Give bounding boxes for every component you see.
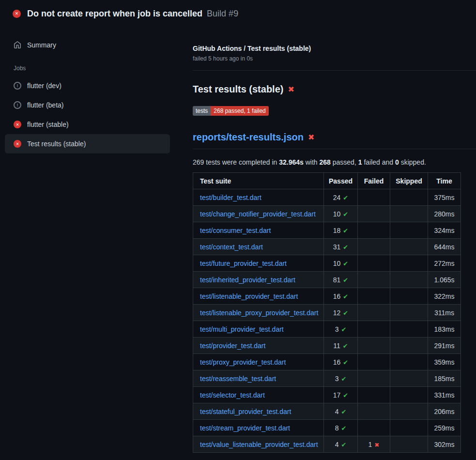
time-cell: 183ms [428,321,461,337]
test-suite-link[interactable]: test/inherited_provider_test.dart [200,276,295,284]
failed-cell [358,420,390,436]
skipped-cell [390,206,428,222]
table-row: test/stream_provider_test.dart8✔259ms [193,420,461,436]
test-suite-link[interactable]: test/selector_test.dart [200,391,265,399]
suite-cell: test/reassemble_test.dart [193,370,324,387]
test-suite-link[interactable]: test/proxy_provider_test.dart [200,358,286,366]
test-suite-link[interactable]: test/change_notifier_provider_test.dart [200,210,316,218]
test-suite-link[interactable]: test/multi_provider_test.dart [200,325,284,333]
section-title-text: Test results (stable) [193,84,283,95]
check-icon: ✔ [343,293,348,300]
table-row: test/listenable_proxy_provider_test.dart… [193,305,461,321]
passed-cell: 4✔ [324,403,358,420]
skipped-cell [390,354,428,370]
skipped-cell [390,239,428,255]
failed-x-icon: ✖ [288,86,294,93]
exclamation-circle-icon: ! [14,82,21,90]
failed-cell [358,354,390,370]
test-suite-link[interactable]: test/provider_test.dart [200,342,265,350]
sidebar-item-flutter-dev[interactable]: !flutter (dev) [5,76,170,95]
sidebar-item-test-results-stable[interactable]: ✕Test results (stable) [5,134,170,153]
check-icon: ✔ [343,211,348,218]
exclamation-circle-icon: ! [14,101,21,109]
table-row: test/context_test.dart31✔644ms [193,239,461,255]
test-suite-link[interactable]: test/builder_test.dart [200,194,261,201]
sidebar-item-flutter-stable[interactable]: ✕flutter (stable) [5,115,170,134]
failed-cell [358,222,390,239]
table-row: test/provider_test.dart11✔291ms [193,337,461,354]
check-icon: ✔ [343,342,348,350]
breadcrumb: GitHub Actions / Test results (stable) [193,45,476,52]
x-circle-icon: ✕ [14,121,21,128]
failed-cell [358,255,390,272]
build-failed-status-icon: ✕ [13,10,21,18]
check-icon: ✔ [343,276,348,284]
table-row: test/selector_test.dart17✔331ms [193,387,461,403]
time-cell: 324ms [428,222,461,239]
check-icon: ✔ [341,375,346,383]
test-suite-link[interactable]: test/listenable_provider_test.dart [200,292,298,300]
tests-badge: tests 268 passed, 1 failed [193,106,269,116]
table-row: test/multi_provider_test.dart3✔183ms [193,321,461,337]
x-icon: ✖ [374,442,379,448]
test-suite-link[interactable]: test/stream_provider_test.dart [200,424,290,432]
jobs-list: !flutter (dev)!flutter (beta)✕flutter (s… [0,76,193,153]
check-icon: ✔ [341,408,346,415]
check-icon: ✔ [343,260,348,267]
passed-cell: 3✔ [324,370,358,387]
failed-cell [358,370,390,387]
failed-cell [358,337,390,354]
home-icon [14,41,21,49]
passed-cell: 31✔ [324,239,358,255]
time-cell: 206ms [428,403,461,420]
passed-cell: 18✔ [324,222,358,239]
check-icon: ✔ [343,392,348,399]
test-suite-link[interactable]: test/reassemble_test.dart [200,375,276,383]
failed-cell [358,321,390,337]
test-suite-link[interactable]: test/stateful_provider_test.dart [200,408,291,415]
passed-cell: 16✔ [324,354,358,370]
suite-cell: test/change_notifier_provider_test.dart [193,206,324,222]
test-suite-link[interactable]: test/consumer_test.dart [200,227,271,234]
failed-cell [358,206,390,222]
failed-cell [358,305,390,321]
test-suite-link[interactable]: test/future_provider_test.dart [200,260,287,267]
suite-cell: test/listenable_provider_test.dart [193,288,324,305]
check-icon: ✔ [343,309,348,317]
test-results-table: Test suite Passed Failed Skipped Time te… [193,172,461,453]
time-cell: 322ms [428,288,461,305]
table-row: test/stateful_provider_test.dart4✔206ms [193,403,461,420]
table-row: test/reassemble_test.dart3✔185ms [193,370,461,387]
passed-cell: 24✔ [324,189,358,206]
build-title: Do not create report when job is cancell… [27,9,202,19]
sidebar-item-flutter-beta[interactable]: !flutter (beta) [5,95,170,115]
summary-line: 269 tests were completed in 32.964s with… [193,158,476,166]
time-cell: 280ms [428,206,461,222]
time-cell: 375ms [428,189,461,206]
suite-cell: test/stream_provider_test.dart [193,420,324,436]
test-suite-link[interactable]: test/listenable_proxy_provider_test.dart [200,309,318,317]
skipped-cell [390,370,428,387]
sidebar: Summary Jobs !flutter (dev)!flutter (bet… [0,27,193,153]
sidebar-item-summary[interactable]: Summary [5,35,170,55]
failed-cell: 1✖ [358,436,390,453]
column-header-time: Time [428,173,461,189]
passed-cell: 12✔ [324,305,358,321]
column-header-passed: Passed [324,173,358,189]
section-divider [193,70,476,71]
suite-cell: test/stateful_provider_test.dart [193,403,324,420]
failed-cell [358,189,390,206]
failed-cell [358,403,390,420]
suite-cell: test/selector_test.dart [193,387,324,403]
sidebar-item-label: flutter (stable) [27,121,69,128]
suite-cell: test/value_listenable_provider_test.dart [193,436,324,453]
passed-cell: 11✔ [324,337,358,354]
skipped-cell [390,288,428,305]
time-cell: 644ms [428,239,461,255]
report-link[interactable]: reports/test-results.json [193,132,304,143]
test-suite-link[interactable]: test/context_test.dart [200,243,263,251]
passed-cell: 10✔ [324,255,358,272]
suite-cell: test/proxy_provider_test.dart [193,354,324,370]
test-suite-link[interactable]: test/value_listenable_provider_test.dart [200,441,318,448]
time-cell: 331ms [428,387,461,403]
